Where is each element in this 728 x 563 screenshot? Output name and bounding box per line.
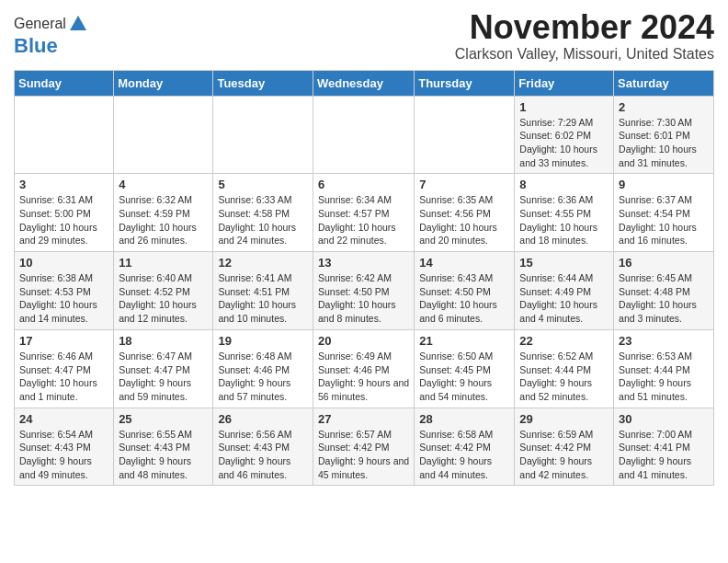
calendar-cell: 24Sunrise: 6:54 AM Sunset: 4:43 PM Dayli… [15, 408, 114, 486]
day-number: 17 [19, 334, 108, 348]
day-of-week-header: Sunday [15, 70, 114, 96]
day-detail: Sunrise: 6:46 AM Sunset: 4:47 PM Dayligh… [19, 350, 108, 404]
calendar-cell: 3Sunrise: 6:31 AM Sunset: 5:00 PM Daylig… [15, 174, 114, 252]
calendar-week-row: 17Sunrise: 6:46 AM Sunset: 4:47 PM Dayli… [15, 329, 714, 408]
calendar-cell: 19Sunrise: 6:48 AM Sunset: 4:46 PM Dayli… [213, 329, 313, 408]
day-detail: Sunrise: 6:42 AM Sunset: 4:50 PM Dayligh… [318, 271, 409, 326]
day-number: 28 [419, 412, 509, 426]
day-detail: Sunrise: 6:56 AM Sunset: 4:43 PM Dayligh… [218, 428, 308, 482]
calendar-cell: 23Sunrise: 6:53 AM Sunset: 4:44 PM Dayli… [614, 329, 714, 408]
day-detail: Sunrise: 6:32 AM Sunset: 4:59 PM Dayligh… [119, 193, 208, 247]
day-number: 27 [318, 412, 409, 426]
day-number: 8 [519, 178, 609, 191]
page-header: General Blue November 2024 Clarkson Vall… [14, 9, 714, 63]
day-number: 22 [519, 334, 609, 348]
day-detail: Sunrise: 6:59 AM Sunset: 4:42 PM Dayligh… [519, 428, 609, 482]
calendar-cell: 2Sunrise: 7:30 AM Sunset: 6:01 PM Daylig… [614, 96, 714, 174]
calendar-cell: 1Sunrise: 7:29 AM Sunset: 6:02 PM Daylig… [515, 96, 614, 174]
day-number: 9 [619, 178, 709, 191]
day-number: 4 [119, 178, 208, 191]
day-detail: Sunrise: 6:52 AM Sunset: 4:44 PM Dayligh… [519, 350, 609, 404]
day-number: 30 [619, 412, 709, 426]
day-number: 13 [318, 256, 409, 270]
day-detail: Sunrise: 6:53 AM Sunset: 4:44 PM Dayligh… [619, 350, 709, 404]
day-detail: Sunrise: 6:49 AM Sunset: 4:46 PM Dayligh… [318, 350, 409, 404]
day-of-week-header: Monday [114, 70, 213, 96]
calendar-week-row: 10Sunrise: 6:38 AM Sunset: 4:53 PM Dayli… [15, 252, 714, 330]
calendar-cell: 20Sunrise: 6:49 AM Sunset: 4:46 PM Dayli… [313, 329, 414, 408]
calendar-cell [313, 96, 414, 174]
day-number: 14 [419, 256, 509, 270]
calendar-cell: 8Sunrise: 6:36 AM Sunset: 4:55 PM Daylig… [515, 174, 614, 252]
day-detail: Sunrise: 6:45 AM Sunset: 4:48 PM Dayligh… [619, 271, 709, 326]
day-of-week-header: Wednesday [313, 70, 414, 96]
day-detail: Sunrise: 6:44 AM Sunset: 4:49 PM Dayligh… [519, 271, 609, 326]
calendar-cell: 25Sunrise: 6:55 AM Sunset: 4:43 PM Dayli… [114, 408, 213, 486]
calendar-cell: 11Sunrise: 6:40 AM Sunset: 4:52 PM Dayli… [114, 252, 213, 330]
calendar-cell: 13Sunrise: 6:42 AM Sunset: 4:50 PM Dayli… [313, 252, 414, 330]
day-number: 20 [318, 334, 409, 348]
day-detail: Sunrise: 6:35 AM Sunset: 4:56 PM Dayligh… [419, 193, 509, 247]
day-detail: Sunrise: 6:50 AM Sunset: 4:45 PM Dayligh… [419, 350, 509, 404]
day-detail: Sunrise: 7:29 AM Sunset: 6:02 PM Dayligh… [519, 116, 609, 170]
location-title: Clarkson Valley, Missouri, United States [455, 46, 714, 63]
month-title: November 2024 [455, 9, 714, 46]
calendar-cell [415, 96, 515, 174]
calendar-cell [114, 96, 213, 174]
calendar-cell: 15Sunrise: 6:44 AM Sunset: 4:49 PM Dayli… [515, 252, 614, 330]
calendar-cell [213, 96, 313, 174]
calendar-table: SundayMondayTuesdayWednesdayThursdayFrid… [14, 70, 714, 487]
day-number: 18 [119, 334, 208, 348]
day-number: 26 [218, 412, 308, 426]
day-number: 29 [519, 412, 609, 426]
day-detail: Sunrise: 6:31 AM Sunset: 5:00 PM Dayligh… [19, 193, 108, 247]
day-of-week-header: Saturday [614, 70, 714, 96]
calendar-cell: 22Sunrise: 6:52 AM Sunset: 4:44 PM Dayli… [515, 329, 614, 408]
day-detail: Sunrise: 6:48 AM Sunset: 4:46 PM Dayligh… [218, 350, 308, 404]
day-detail: Sunrise: 6:54 AM Sunset: 4:43 PM Dayligh… [19, 428, 108, 482]
logo-general-text: General [14, 16, 66, 32]
calendar-week-row: 24Sunrise: 6:54 AM Sunset: 4:43 PM Dayli… [15, 408, 714, 486]
day-detail: Sunrise: 6:36 AM Sunset: 4:55 PM Dayligh… [519, 193, 609, 247]
calendar-cell: 5Sunrise: 6:33 AM Sunset: 4:58 PM Daylig… [213, 174, 313, 252]
day-detail: Sunrise: 6:34 AM Sunset: 4:57 PM Dayligh… [318, 193, 409, 247]
calendar-cell: 14Sunrise: 6:43 AM Sunset: 4:50 PM Dayli… [415, 252, 515, 330]
title-area: November 2024 Clarkson Valley, Missouri,… [455, 9, 714, 63]
day-detail: Sunrise: 6:55 AM Sunset: 4:43 PM Dayligh… [119, 428, 208, 482]
day-detail: Sunrise: 6:38 AM Sunset: 4:53 PM Dayligh… [19, 271, 108, 326]
day-number: 16 [619, 256, 709, 270]
calendar-cell: 28Sunrise: 6:58 AM Sunset: 4:42 PM Dayli… [415, 408, 515, 486]
day-number: 15 [519, 256, 609, 270]
day-detail: Sunrise: 6:37 AM Sunset: 4:54 PM Dayligh… [619, 193, 709, 247]
day-detail: Sunrise: 7:00 AM Sunset: 4:41 PM Dayligh… [619, 428, 709, 482]
day-number: 11 [119, 256, 208, 270]
day-number: 21 [419, 334, 509, 348]
day-detail: Sunrise: 6:47 AM Sunset: 4:47 PM Dayligh… [119, 350, 208, 404]
day-number: 10 [19, 256, 108, 270]
calendar-week-row: 3Sunrise: 6:31 AM Sunset: 5:00 PM Daylig… [15, 174, 714, 252]
day-number: 1 [519, 100, 609, 114]
day-detail: Sunrise: 6:40 AM Sunset: 4:52 PM Dayligh… [119, 271, 208, 326]
day-of-week-header: Friday [515, 70, 614, 96]
calendar-week-row: 1Sunrise: 7:29 AM Sunset: 6:02 PM Daylig… [15, 96, 714, 174]
day-detail: Sunrise: 6:43 AM Sunset: 4:50 PM Dayligh… [419, 271, 509, 326]
calendar-cell [15, 96, 114, 174]
day-number: 23 [619, 334, 709, 348]
day-detail: Sunrise: 6:58 AM Sunset: 4:42 PM Dayligh… [419, 428, 509, 482]
day-of-week-header: Thursday [415, 70, 515, 96]
day-number: 5 [218, 178, 308, 191]
day-number: 12 [218, 256, 308, 270]
calendar-cell: 6Sunrise: 6:34 AM Sunset: 4:57 PM Daylig… [313, 174, 414, 252]
day-detail: Sunrise: 6:33 AM Sunset: 4:58 PM Dayligh… [218, 193, 308, 247]
calendar-cell: 29Sunrise: 6:59 AM Sunset: 4:42 PM Dayli… [515, 408, 614, 486]
logo-blue-text: Blue [14, 34, 58, 58]
day-number: 24 [19, 412, 108, 426]
logo: General Blue [14, 9, 88, 58]
calendar-cell: 10Sunrise: 6:38 AM Sunset: 4:53 PM Dayli… [15, 252, 114, 330]
day-detail: Sunrise: 7:30 AM Sunset: 6:01 PM Dayligh… [619, 116, 709, 170]
calendar-cell: 26Sunrise: 6:56 AM Sunset: 4:43 PM Dayli… [213, 408, 313, 486]
calendar-cell: 18Sunrise: 6:47 AM Sunset: 4:47 PM Dayli… [114, 329, 213, 408]
day-number: 25 [119, 412, 208, 426]
calendar-cell: 4Sunrise: 6:32 AM Sunset: 4:59 PM Daylig… [114, 174, 213, 252]
calendar-cell: 12Sunrise: 6:41 AM Sunset: 4:51 PM Dayli… [213, 252, 313, 330]
